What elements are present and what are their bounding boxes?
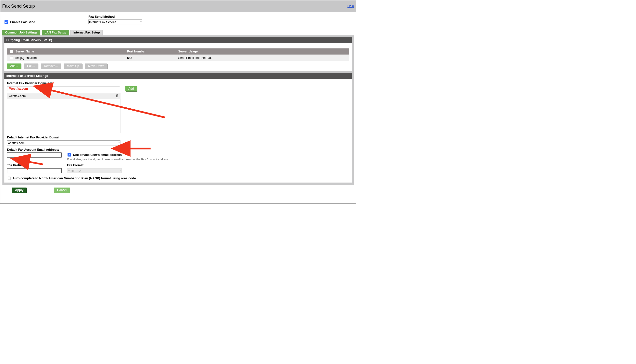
smtp-row-port: 587	[127, 56, 178, 60]
smtp-add-button[interactable]: Add...	[7, 64, 21, 69]
enable-fax-send-label: Enable Fax Send	[10, 20, 35, 24]
t37-prefix-label: T37 Prefix:	[7, 164, 62, 167]
trash-icon[interactable]	[116, 94, 118, 98]
nanp-label: Auto complete to North American Numberin…	[12, 176, 136, 180]
apply-button[interactable]: Apply	[12, 188, 26, 193]
smtp-row-checkbox[interactable]	[10, 56, 13, 59]
default-email-label: Default Fax Account Email Address:	[7, 148, 349, 152]
smtp-table: Server Name Port Number Server Usage smt…	[7, 48, 349, 61]
smtp-movedown-button[interactable]: Move Down	[85, 64, 108, 69]
default-domain-label: Default Internet Fax Provider Domain	[7, 136, 349, 140]
fax-send-method-label: Fax Send Method	[88, 15, 142, 18]
smtp-section-heading: Outgoing Email Servers (SMTP)	[4, 37, 352, 43]
ifax-domain-list: westfax.com	[7, 93, 120, 133]
list-item[interactable]: westfax.com	[7, 93, 120, 99]
smtp-col-usage: Server Usage	[178, 50, 349, 54]
smtp-row-usage: Send Email, Internet Fax	[178, 56, 349, 60]
t37-prefix-input[interactable]	[7, 168, 62, 173]
use-device-email-label: Use device user's email address	[73, 153, 122, 157]
smtp-moveup-button[interactable]: Move Up	[64, 64, 82, 69]
smtp-row-server: smtp.gmail.com	[16, 56, 127, 60]
table-row[interactable]: smtp.gmail.com 587 Send Email, Internet …	[7, 55, 349, 61]
tab-lan-fax-setup[interactable]: LAN Fax Setup	[42, 30, 69, 35]
file-format-label: File Format:	[67, 164, 122, 167]
nanp-checkbox[interactable]	[8, 176, 10, 180]
ifax-domain-add-button[interactable]: Add	[126, 86, 137, 91]
cancel-button[interactable]: Cancel	[54, 188, 70, 193]
smtp-edit-button[interactable]: Edit...	[24, 64, 38, 69]
help-link[interactable]: Help	[347, 4, 354, 8]
ifax-domain-item-text: westfax.com	[9, 94, 26, 98]
enable-fax-send-checkbox[interactable]	[4, 20, 8, 24]
page-title: Fax Send Setup	[2, 4, 35, 8]
ifax-domain-input[interactable]	[7, 86, 120, 91]
tab-common-job-settings[interactable]: Common Job Settings	[2, 30, 40, 35]
use-device-email-hint: If available, use the signed in user's e…	[67, 158, 169, 161]
tab-internet-fax-setup[interactable]: Internet Fax Setup	[70, 30, 103, 35]
smtp-col-port: Port Number	[127, 50, 178, 54]
ifs-section-heading: Internet Fax Service Settings	[4, 73, 352, 79]
file-format-select: MTIFF/G4	[67, 168, 122, 173]
use-device-email-checkbox[interactable]	[68, 153, 71, 157]
fax-send-method-select[interactable]: Internet Fax Service	[88, 20, 142, 24]
default-domain-select[interactable]: westfax.com	[7, 140, 120, 145]
default-email-input[interactable]	[7, 152, 62, 157]
smtp-col-server: Server Name	[16, 50, 127, 54]
smtp-select-all-checkbox[interactable]	[10, 50, 13, 53]
smtp-remove-button[interactable]: Remove...	[41, 64, 61, 69]
ifax-domains-label: Internet Fax Provider Domains:	[7, 81, 349, 85]
